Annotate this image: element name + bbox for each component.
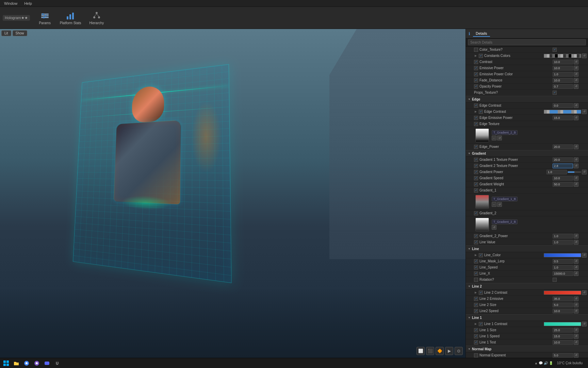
edge-texture-label[interactable]: T_Gradient_2_B xyxy=(492,130,518,135)
gradient2-check[interactable] xyxy=(474,211,478,215)
hierarchy-button[interactable]: Hierarchy xyxy=(86,9,108,27)
line2-emissive-check[interactable] xyxy=(474,297,478,301)
edge-contrast2-expand[interactable]: ▶ xyxy=(474,110,477,113)
line2-section[interactable]: ▼ Line 2 xyxy=(466,283,588,290)
edge-contrast-reset[interactable]: ↺ xyxy=(574,103,578,108)
emissive-power-reset[interactable]: ↺ xyxy=(574,66,578,71)
edge-contrast-input[interactable] xyxy=(553,103,573,108)
line-x-check[interactable] xyxy=(474,272,478,276)
line1-speed-check[interactable] xyxy=(474,334,478,338)
line2-contrast-reset[interactable]: ↺ xyxy=(582,290,587,295)
lit-button[interactable]: Lit xyxy=(1,30,11,36)
opacity-power-input[interactable] xyxy=(553,84,573,89)
show-button[interactable]: Show xyxy=(13,30,27,36)
line1-contrast-check[interactable] xyxy=(479,322,483,326)
line1-contrast-expand[interactable]: ▶ xyxy=(474,322,477,326)
grad-weight-check[interactable] xyxy=(474,182,478,186)
vc-btn-2[interactable]: ⬛ xyxy=(426,347,434,355)
grad1-tex-input[interactable] xyxy=(553,157,573,162)
vc-btn-1[interactable]: ⬜ xyxy=(416,347,425,355)
emissive-power-color-input[interactable] xyxy=(553,72,573,77)
rotation-check[interactable] xyxy=(474,278,478,282)
line1-contrast-swatch[interactable] xyxy=(544,322,581,326)
line1-speed-input[interactable] xyxy=(553,334,573,339)
taskbar-chrome-icon[interactable] xyxy=(22,359,31,367)
line1-section[interactable]: ▼ Line 1 xyxy=(466,314,588,321)
line2-contrast-expand[interactable]: ▶ xyxy=(474,291,477,294)
line2-size-input[interactable] xyxy=(553,303,573,307)
edge-emissive-check[interactable] xyxy=(474,116,478,120)
line-color-swatch[interactable] xyxy=(544,253,581,257)
gradient1-refresh-btn[interactable]: ↺ xyxy=(497,202,502,207)
gradient2-label[interactable]: T_Gradient_2_B xyxy=(492,219,518,224)
line2-speed-reset[interactable]: ↺ xyxy=(574,309,578,313)
grad2-tex-input[interactable] xyxy=(553,164,573,168)
taskbar-windows-icon[interactable] xyxy=(1,359,11,367)
constants-colors-expand[interactable]: ▶ xyxy=(474,54,477,58)
line-mask-input[interactable] xyxy=(553,259,573,264)
normal-exponent-input[interactable] xyxy=(553,353,573,358)
vc-btn-4[interactable]: ▶ xyxy=(445,347,453,355)
taskbar-files-icon[interactable] xyxy=(12,359,21,367)
edge-emissive-reset[interactable]: ↺ xyxy=(574,116,578,120)
fade-distance-reset[interactable]: ↺ xyxy=(574,78,578,83)
constants-color-swatch[interactable] xyxy=(544,54,581,58)
line-mask-reset[interactable]: ↺ xyxy=(574,259,578,264)
grad2-tex-check[interactable] xyxy=(474,164,478,168)
line-speed-check[interactable] xyxy=(474,265,478,270)
contrast-input[interactable] xyxy=(553,60,573,64)
color-texture-check[interactable] xyxy=(474,48,478,52)
line1-speed-reset[interactable]: ↺ xyxy=(574,334,578,339)
line1-test-check[interactable] xyxy=(474,340,478,344)
grad-speed-input[interactable] xyxy=(553,176,573,181)
line-mask-check[interactable] xyxy=(474,259,478,263)
line1-test-input[interactable] xyxy=(553,340,573,345)
edge-power-check[interactable] xyxy=(474,145,478,149)
grad-power-input[interactable] xyxy=(546,170,567,174)
line-value-check[interactable] xyxy=(474,240,478,244)
params-button[interactable]: Params xyxy=(35,9,55,27)
gradient1-preview[interactable] xyxy=(475,195,489,209)
edge-section[interactable]: ▼ Edge xyxy=(466,96,588,103)
line-value-reset[interactable]: ↺ xyxy=(574,240,578,245)
line-section[interactable]: ▼ Line xyxy=(466,245,588,252)
line-speed-reset[interactable]: ↺ xyxy=(574,265,578,270)
grad-weight-input[interactable] xyxy=(553,182,573,187)
edge-contrast-swatch[interactable] xyxy=(544,110,581,114)
line-x-reset[interactable]: ↺ xyxy=(574,271,578,276)
gradient-section[interactable]: ▼ Gradient xyxy=(466,150,588,157)
normal-exponent-reset[interactable]: ↺ xyxy=(574,353,578,358)
fade-distance-check[interactable] xyxy=(474,78,478,82)
opacity-power-reset[interactable]: ↺ xyxy=(574,84,578,89)
edge-texture-refresh-btn[interactable]: ↺ xyxy=(497,136,502,140)
line-color-check[interactable] xyxy=(479,253,483,257)
emissive-power-color-check[interactable] xyxy=(474,72,478,76)
props-texture-checkbox[interactable] xyxy=(553,91,557,95)
edge-texture-preview[interactable] xyxy=(475,128,489,142)
line2-emissive-input[interactable] xyxy=(553,296,573,301)
line2-contrast-swatch[interactable] xyxy=(544,291,581,295)
grad-weight-reset[interactable]: ↺ xyxy=(574,182,578,187)
line2-size-check[interactable] xyxy=(474,303,478,307)
grad1-tex-check[interactable] xyxy=(474,158,478,162)
taskbar-browser-icon[interactable] xyxy=(32,359,42,367)
gradient1-arrow-btn[interactable]: ← xyxy=(492,202,496,207)
normal-exponent-check[interactable] xyxy=(474,353,478,357)
edge-contrast2-check[interactable] xyxy=(479,110,483,114)
menu-help[interactable]: Help xyxy=(23,1,33,5)
grad-speed-reset[interactable]: ↺ xyxy=(574,176,578,181)
edge-power-reset[interactable]: ↺ xyxy=(574,144,578,149)
grad2-power-reset[interactable]: ↺ xyxy=(574,234,578,239)
line1-size-check[interactable] xyxy=(474,328,478,332)
line-color-reset[interactable]: ↺ xyxy=(582,253,587,258)
line1-size-reset[interactable]: ↺ xyxy=(574,328,578,333)
line2-contrast-check[interactable] xyxy=(479,291,483,295)
line2-speed-check[interactable] xyxy=(474,309,478,313)
menu-window[interactable]: Window xyxy=(3,1,19,5)
contrast-check[interactable] xyxy=(474,60,478,64)
grad-power-slider[interactable] xyxy=(568,171,581,173)
color-texture-checkbox-val[interactable] xyxy=(553,48,557,52)
line1-test-reset[interactable]: ↺ xyxy=(574,340,578,345)
edge-texture-arrow-btn[interactable]: ← xyxy=(492,136,496,140)
constants-reset-btn[interactable]: ↺ xyxy=(582,53,587,58)
